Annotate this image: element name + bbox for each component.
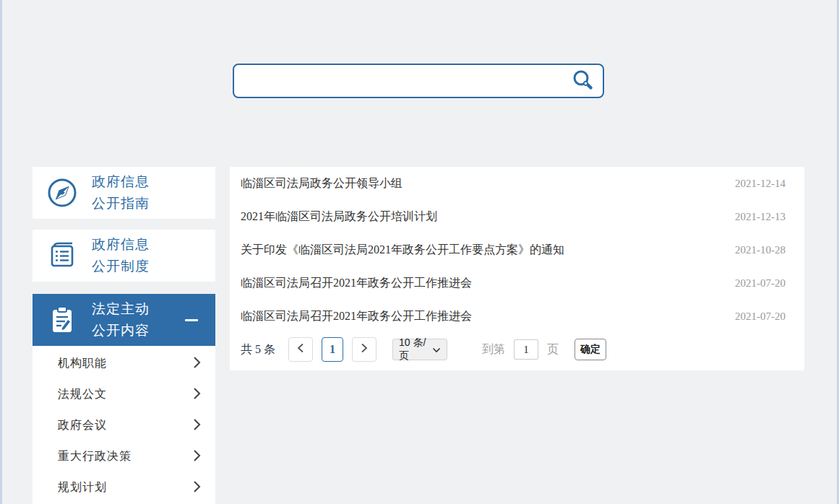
search-button[interactable] <box>569 68 595 94</box>
list-item[interactable]: 临淄区司法局政务公开领导小组 2021-12-14 <box>230 167 804 200</box>
chevron-right-icon <box>193 356 201 372</box>
submenu-item-regulations[interactable]: 法规公文 <box>33 379 215 410</box>
article-date: 2021-12-13 <box>735 211 786 223</box>
search-bar <box>233 64 604 98</box>
article-date: 2021-12-14 <box>735 178 786 190</box>
article-title[interactable]: 临淄区司法局政务公开领导小组 <box>241 176 403 191</box>
search-icon <box>571 69 594 94</box>
clipboard-icon <box>33 304 92 336</box>
page-left-border <box>0 0 2 504</box>
chevron-right-icon <box>361 343 368 356</box>
collapse-minus-icon <box>185 319 198 321</box>
article-title[interactable]: 临淄区司法局召开2021年政务公开工作推进会 <box>241 309 472 324</box>
page-size-value: 10 条/页 <box>399 336 432 362</box>
list-item[interactable]: 关于印发《临淄区司法局2021年政务公开工作要点方案》的通知 2021-10-2… <box>230 233 804 266</box>
article-title[interactable]: 2021年临淄区司法局政务公开培训计划 <box>241 209 437 225</box>
pagination-bar: 共 5 条 1 10 条/页 到第 页 确定 <box>230 337 804 362</box>
goto-page-input[interactable] <box>514 339 538 360</box>
submenu-item-gov-meetings[interactable]: 政府会议 <box>33 410 215 441</box>
chevron-down-icon <box>432 344 441 355</box>
page-number-button[interactable]: 1 <box>322 337 343 362</box>
article-date: 2021-07-20 <box>735 310 786 323</box>
chevron-right-icon <box>193 449 201 465</box>
submenu-item-major-decisions[interactable]: 重大行政决策 <box>33 441 215 472</box>
chevron-right-icon <box>193 387 201 403</box>
list-item[interactable]: 临淄区司法局召开2021年政务公开工作推进会 2021-07-20 <box>230 300 804 333</box>
prev-page-button[interactable] <box>288 337 313 362</box>
compass-icon <box>33 177 92 209</box>
sidebar-item-statutory-disclosure[interactable]: 法定主动 公开内容 <box>33 294 215 346</box>
goto-page-prefix: 到第 <box>482 342 505 357</box>
document-icon <box>33 240 92 271</box>
search-input[interactable] <box>244 65 569 97</box>
sidebar-item-label: 法定主动 公开内容 <box>92 298 150 342</box>
page-size-select[interactable]: 10 条/页 <box>392 339 447 360</box>
submenu-item-org-functions[interactable]: 机构职能 <box>33 348 215 379</box>
submenu-item-plans[interactable]: 规划计划 <box>33 472 215 503</box>
article-title[interactable]: 关于印发《临淄区司法局2021年政务公开工作要点方案》的通知 <box>241 243 564 258</box>
article-list-panel: 临淄区司法局政务公开领导小组 2021-12-14 2021年临淄区司法局政务公… <box>230 167 804 370</box>
confirm-button[interactable]: 确定 <box>575 339 606 360</box>
chevron-left-icon <box>297 343 304 356</box>
list-item[interactable]: 临淄区司法局召开2021年政务公开工作推进会 2021-07-20 <box>230 266 804 300</box>
chevron-right-icon <box>193 418 201 434</box>
next-page-button[interactable] <box>352 337 377 362</box>
article-date: 2021-10-28 <box>735 244 786 256</box>
sidebar-item-gov-info-guide[interactable]: 政府信息 公开指南 <box>33 167 215 219</box>
article-title[interactable]: 临淄区司法局召开2021年政务公开工作推进会 <box>241 276 472 291</box>
list-item[interactable]: 2021年临淄区司法局政务公开培训计划 2021-12-13 <box>230 200 804 233</box>
sidebar-item-gov-info-system[interactable]: 政府信息 公开制度 <box>33 230 215 282</box>
sidebar-item-label: 政府信息 公开指南 <box>92 171 150 214</box>
article-date: 2021-07-20 <box>735 277 786 290</box>
goto-page-suffix: 页 <box>547 342 559 357</box>
total-count-label: 共 5 条 <box>241 342 275 357</box>
sidebar-submenu: 机构职能 法规公文 政府会议 重大行政决策 规划计划 <box>33 346 215 504</box>
sidebar-item-label: 政府信息 公开制度 <box>92 234 150 277</box>
chevron-right-icon <box>193 480 201 496</box>
